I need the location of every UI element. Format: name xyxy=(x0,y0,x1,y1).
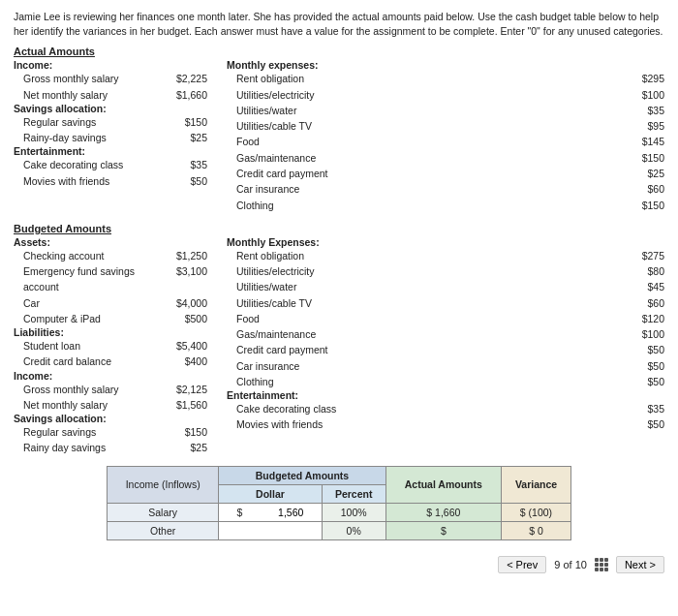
budgeted-checking: Checking account $1,250 xyxy=(14,248,207,263)
budgeted-liabilities-label: Liabilities: xyxy=(14,326,207,338)
budgeted-layout: Assets: Checking account $1,250 Emergenc… xyxy=(14,236,664,456)
actual-food: Food $145 xyxy=(227,134,664,149)
budgeted-emergency-value: $3,100 xyxy=(164,263,207,295)
nav-bar: < Prev 9 of 10 Next > xyxy=(14,556,664,573)
actual-rainy-label: Rainy-day savings xyxy=(23,130,164,145)
actual-electric-value: $100 xyxy=(621,87,664,103)
budgeted-cake-label: Cake decorating class xyxy=(236,401,621,416)
budgeted-student-label: Student loan xyxy=(23,338,164,354)
budgeted-water-label: Utilities/water xyxy=(236,279,621,294)
prev-button[interactable]: < Prev xyxy=(498,556,546,573)
actual-savings-label: Savings allocation: xyxy=(14,103,207,114)
actual-regular-label: Regular savings xyxy=(23,114,164,130)
salary-variance-cell: $ (100) xyxy=(501,503,570,521)
actual-cc-label: Credit card payment xyxy=(236,166,621,181)
budgeted-assets-label: Assets: xyxy=(14,236,207,248)
budgeted-cable-label: Utilities/cable TV xyxy=(236,295,621,311)
budgeted-cc: Credit card payment $50 xyxy=(227,342,664,357)
budgeted-electric-value: $80 xyxy=(621,263,664,279)
other-dollar-cell[interactable] xyxy=(219,521,322,539)
budgeted-car-value: $4,000 xyxy=(164,295,207,311)
budgeted-net: Net monthly salary $1,560 xyxy=(14,397,207,413)
actual-cake: Cake decorating class $35 xyxy=(14,157,207,172)
budgeted-car: Car $4,000 xyxy=(14,295,207,311)
actual-expenses-label: Monthly expenses: xyxy=(227,59,664,71)
budgeted-savings-label: Savings allocation: xyxy=(14,413,207,424)
budgeted-gas-value: $100 xyxy=(621,326,664,342)
budgeted-car-label: Car xyxy=(23,295,164,311)
actual-movies-value: $50 xyxy=(164,173,207,189)
actual-cake-value: $35 xyxy=(164,157,207,172)
budgeted-income-label: Income: xyxy=(14,370,207,382)
budgeted-food-label: Food xyxy=(236,311,621,326)
actual-income-label: Income: xyxy=(14,59,207,71)
budgeted-gas: Gas/maintenance $100 xyxy=(227,326,664,342)
budgeted-clothing-label: Clothing xyxy=(236,374,621,389)
actual-insurance-label: Car insurance xyxy=(236,181,621,197)
budgeted-movies-label: Movies with friends xyxy=(236,416,621,432)
budgeted-cable: Utilities/cable TV $60 xyxy=(227,295,664,311)
next-button[interactable]: Next > xyxy=(616,556,664,573)
budgeted-rent: Rent obligation $275 xyxy=(227,248,664,263)
budgeted-regular-value: $150 xyxy=(164,424,207,440)
actual-right-col: Monthly expenses: Rent obligation $295 U… xyxy=(227,59,664,212)
budgeted-electric-label: Utilities/electricity xyxy=(236,263,621,279)
budgeted-water-value: $45 xyxy=(621,279,664,294)
actual-gross-label: Gross monthly salary xyxy=(23,71,164,86)
budgeted-amounts-table-header: Budgeted Amounts xyxy=(219,466,385,484)
budgeted-clothing: Clothing $50 xyxy=(227,374,664,389)
budgeted-expenses-label: Monthly Expenses: xyxy=(227,236,664,248)
budgeted-regular-label: Regular savings xyxy=(23,424,164,440)
actual-movies: Movies with friends $50 xyxy=(14,173,207,189)
actual-insurance: Car insurance $60 xyxy=(227,181,664,197)
percent-col-header: Percent xyxy=(322,484,385,503)
budgeted-insurance-label: Car insurance xyxy=(236,358,621,374)
budgeted-gross-value: $2,125 xyxy=(164,382,207,397)
budgeted-student-loan: Student loan $5,400 xyxy=(14,338,207,354)
budgeted-gas-label: Gas/maintenance xyxy=(236,326,621,342)
budgeted-regular: Regular savings $150 xyxy=(14,424,207,440)
budgeted-checking-value: $1,250 xyxy=(164,248,207,263)
actual-food-value: $145 xyxy=(621,134,664,149)
budgeted-computer: Computer & iPad $500 xyxy=(14,311,207,326)
actual-gross-salary: Gross monthly salary $2,225 xyxy=(14,71,207,86)
other-dollar-input[interactable] xyxy=(236,525,304,537)
salary-dollar-cell[interactable]: $ xyxy=(219,503,322,521)
actual-clothing: Clothing $150 xyxy=(227,198,664,213)
budgeted-cc-label: Credit card payment xyxy=(236,342,621,357)
budgeted-computer-value: $500 xyxy=(164,311,207,326)
budgeted-cake: Cake decorating class $35 xyxy=(227,401,664,416)
actual-water-value: $35 xyxy=(621,103,664,118)
income-inflows-header: Income (Inflows) xyxy=(108,466,219,503)
salary-row: Salary $ 100% $ 1,660 $ (100) xyxy=(108,503,571,521)
budgeted-emergency-label: Emergency fund savings account xyxy=(23,263,164,295)
actual-clothing-value: $150 xyxy=(621,198,664,213)
budgeted-rainy-label: Rainy day savings xyxy=(23,440,164,455)
budgeted-cc-balance: Credit card balance $400 xyxy=(14,354,207,369)
actual-regular-savings: Regular savings $150 xyxy=(14,114,207,130)
actual-net-label: Net monthly salary xyxy=(23,87,164,103)
actual-rainy-savings: Rainy-day savings $25 xyxy=(14,130,207,145)
actual-food-label: Food xyxy=(236,134,621,149)
dollar-col-header: Dollar xyxy=(219,484,322,503)
budgeted-amounts-title: Budgeted Amounts xyxy=(14,223,664,234)
other-label: Other xyxy=(108,521,219,539)
actual-cable-value: $95 xyxy=(621,118,664,134)
actual-movies-label: Movies with friends xyxy=(23,173,164,189)
actual-rent-label: Rent obligation xyxy=(236,71,621,86)
actual-entertainment-label: Entertainment: xyxy=(14,145,207,157)
salary-dollar-input[interactable] xyxy=(245,507,303,518)
budgeted-water: Utilities/water $45 xyxy=(227,279,664,294)
budgeted-emergency: Emergency fund savings account $3,100 xyxy=(14,263,207,295)
budgeted-rainy-value: $25 xyxy=(164,440,207,455)
budgeted-student-value: $5,400 xyxy=(164,338,207,354)
actual-net-salary: Net monthly salary $1,660 xyxy=(14,87,207,103)
actual-clothing-label: Clothing xyxy=(236,198,621,213)
budgeted-electric: Utilities/electricity $80 xyxy=(227,263,664,279)
budgeted-net-value: $1,560 xyxy=(164,397,207,413)
budgeted-cable-value: $60 xyxy=(621,295,664,311)
actual-insurance-value: $60 xyxy=(621,181,664,197)
budgeted-gross: Gross monthly salary $2,125 xyxy=(14,382,207,397)
actual-cake-label: Cake decorating class xyxy=(23,157,164,172)
actual-net-value: $1,660 xyxy=(164,87,207,103)
